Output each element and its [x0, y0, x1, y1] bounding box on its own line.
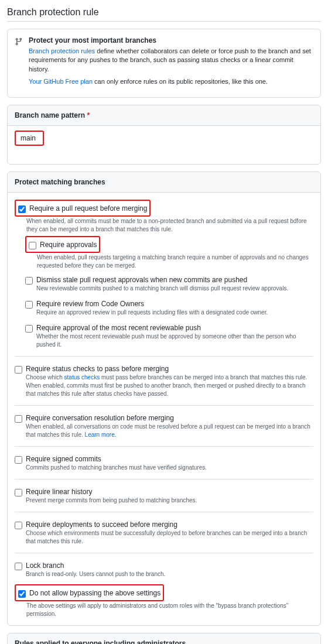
divider [15, 479, 313, 479]
desc-status-pre: Choose which [26, 374, 64, 381]
rule-linear: Require linear history Prevent merge com… [15, 485, 313, 506]
checkbox-dismiss-stale[interactable] [25, 277, 33, 285]
rule-deployments: Require deployments to succeed before me… [15, 518, 313, 547]
pattern-label: Branch name pattern * [8, 105, 320, 126]
desc-conversation: When enabled, all conversations on code … [26, 423, 313, 439]
info-text-2-rest: can only enforce rules on its public rep… [93, 78, 268, 85]
info-panel: Protect your most important branches Bra… [7, 29, 321, 98]
pattern-label-text: Branch name pattern [15, 111, 85, 119]
rule-lock: Lock branch Branch is read-only. Users c… [15, 559, 313, 580]
branch-protection-rules-link[interactable]: Branch protection rules [29, 47, 95, 54]
rule-bypass: Do not allow bypassing the above setting… [18, 587, 160, 599]
checkbox-lock[interactable] [15, 563, 22, 570]
protect-panel: Protect matching branches Require a pull… [7, 172, 321, 626]
checkbox-code-owners[interactable] [25, 301, 33, 309]
checkbox-bypass[interactable] [18, 590, 26, 598]
desc-deployments: Choose which environments must be succes… [26, 529, 313, 546]
admin-panel: Rules applied to everyone including admi… [7, 633, 321, 644]
divider [15, 512, 313, 512]
divider [15, 553, 313, 553]
rule-require-approvals: Require approvals [29, 238, 97, 251]
pattern-panel: Branch name pattern * [7, 105, 321, 165]
info-text-2: Your GitHub Free plan can only enforce r… [29, 77, 313, 86]
desc-conversation-text: When enabled, all conversations on code … [26, 423, 310, 438]
rule-code-owners: Require review from Code Owners Require … [25, 297, 313, 318]
info-text-1: Branch protection rules define whether c… [29, 47, 313, 74]
desc-require-pr: When enabled, all commits must be made t… [26, 217, 313, 234]
checkbox-signed[interactable] [15, 456, 22, 464]
label-lock: Lock branch [26, 561, 313, 570]
divider [15, 356, 313, 357]
label-require-pr: Require a pull request before merging [29, 204, 147, 213]
branch-name-input-bg [15, 143, 313, 157]
checkbox-last-push[interactable] [25, 325, 33, 333]
checkbox-status-checks[interactable] [15, 366, 22, 374]
desc-signed: Commits pushed to matching branches must… [26, 464, 313, 472]
checkbox-conversation[interactable] [15, 415, 22, 423]
rule-require-pr: Require a pull request before merging [18, 202, 147, 214]
label-deployments: Require deployments to succeed before me… [26, 520, 313, 529]
rule-status-checks: Require status checks to pass before mer… [15, 362, 313, 399]
checkbox-linear[interactable] [15, 489, 22, 496]
github-plan-link[interactable]: Your GitHub Free plan [29, 78, 93, 85]
label-status-checks: Require status checks to pass before mer… [26, 365, 313, 373]
desc-dismiss-stale: New reviewable commits pushed to a match… [36, 285, 313, 293]
divider [15, 405, 313, 406]
label-bypass: Do not allow bypassing the above setting… [29, 589, 160, 597]
desc-bypass: The above settings will apply to adminis… [26, 602, 313, 618]
required-asterisk: * [87, 111, 90, 119]
desc-require-approvals: When enabled, pull requests targeting a … [37, 254, 313, 270]
rule-signed: Require signed commits Commits pushed to… [15, 453, 313, 473]
rule-dismiss-stale: Dismiss stale pull request approvals whe… [25, 273, 313, 294]
desc-last-push: Whether the most recent reviewable push … [36, 333, 313, 349]
info-heading: Protect your most important branches [29, 36, 313, 44]
desc-lock: Branch is read-only. Users cannot push t… [26, 570, 313, 578]
checkbox-require-approvals[interactable] [29, 242, 36, 249]
protect-header: Protect matching branches [8, 172, 320, 193]
divider [15, 446, 313, 447]
label-code-owners: Require review from Code Owners [36, 300, 313, 308]
label-dismiss-stale: Dismiss stale pull request approvals whe… [36, 276, 313, 284]
admin-header: Rules applied to everyone including admi… [8, 633, 320, 644]
checkbox-require-pr[interactable] [18, 205, 26, 213]
desc-status-checks: Choose which status checks must pass bef… [26, 374, 313, 398]
label-linear: Require linear history [26, 488, 313, 496]
desc-code-owners: Require an approved review in pull reque… [36, 309, 313, 317]
label-last-push: Require approval of the most recent revi… [36, 324, 313, 332]
rule-conversation: Require conversation resolution before m… [15, 412, 313, 440]
label-require-approvals: Require approvals [40, 241, 97, 249]
rule-last-push: Require approval of the most recent revi… [25, 321, 313, 350]
label-signed: Require signed commits [26, 455, 313, 463]
branch-icon [15, 37, 23, 90]
label-conversation: Require conversation resolution before m… [26, 414, 313, 422]
desc-linear: Prevent merge commits from being pushed … [26, 496, 313, 505]
status-checks-link[interactable]: status checks [64, 374, 100, 381]
checkbox-deployments[interactable] [15, 522, 22, 529]
learn-more-link[interactable]: Learn more. [85, 431, 117, 438]
page-title: Branch protection rule [7, 7, 321, 22]
branch-name-input[interactable] [16, 132, 43, 145]
